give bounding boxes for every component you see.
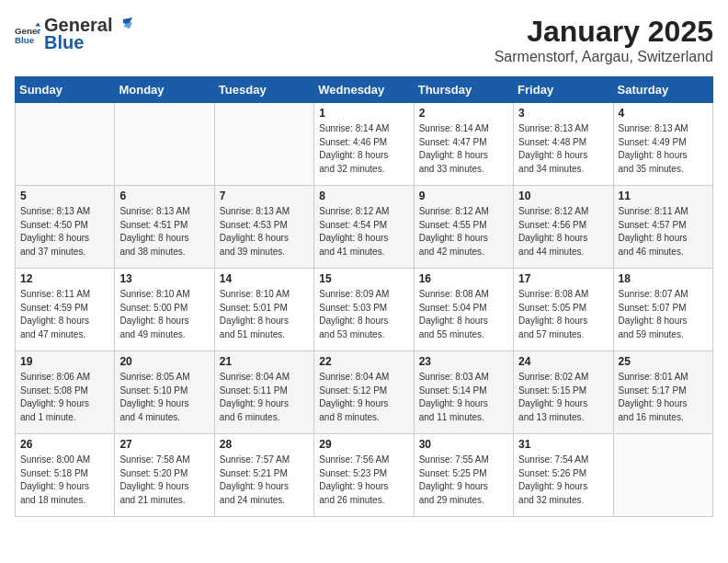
day-info: Sunrise: 8:14 AM Sunset: 4:47 PM Dayligh… bbox=[419, 122, 508, 176]
calendar-cell bbox=[115, 103, 214, 186]
logo: General Blue General Blue bbox=[15, 15, 132, 53]
day-number: 4 bbox=[619, 107, 708, 120]
calendar-cell: 7Sunrise: 8:13 AM Sunset: 4:53 PM Daylig… bbox=[214, 186, 313, 269]
calendar-cell: 3Sunrise: 8:13 AM Sunset: 4:48 PM Daylig… bbox=[514, 103, 613, 186]
calendar-cell: 30Sunrise: 7:55 AM Sunset: 5:25 PM Dayli… bbox=[414, 434, 513, 517]
calendar-header-row: SundayMondayTuesdayWednesdayThursdayFrid… bbox=[16, 77, 713, 103]
day-number: 24 bbox=[518, 355, 608, 368]
calendar-cell: 21Sunrise: 8:04 AM Sunset: 5:11 PM Dayli… bbox=[214, 351, 313, 434]
day-number: 1 bbox=[319, 107, 408, 120]
day-number: 25 bbox=[619, 355, 708, 368]
page-subtitle: Sarmenstorf, Aargau, Switzerland bbox=[495, 49, 713, 65]
calendar-cell: 8Sunrise: 8:12 AM Sunset: 4:54 PM Daylig… bbox=[314, 186, 414, 269]
svg-marker-2 bbox=[35, 22, 40, 26]
calendar-cell: 11Sunrise: 8:11 AM Sunset: 4:57 PM Dayli… bbox=[613, 186, 712, 269]
day-info: Sunrise: 8:08 AM Sunset: 5:05 PM Dayligh… bbox=[518, 288, 608, 341]
day-number: 31 bbox=[518, 438, 608, 451]
calendar-cell: 19Sunrise: 8:06 AM Sunset: 5:08 PM Dayli… bbox=[16, 351, 115, 434]
calendar-week-row: 26Sunrise: 8:00 AM Sunset: 5:18 PM Dayli… bbox=[16, 434, 713, 517]
day-info: Sunrise: 8:02 AM Sunset: 5:15 PM Dayligh… bbox=[518, 371, 608, 424]
calendar-table: SundayMondayTuesdayWednesdayThursdayFrid… bbox=[15, 76, 713, 517]
calendar-cell: 1Sunrise: 8:14 AM Sunset: 4:46 PM Daylig… bbox=[314, 103, 414, 186]
calendar-cell: 28Sunrise: 7:57 AM Sunset: 5:21 PM Dayli… bbox=[214, 434, 313, 517]
day-number: 5 bbox=[20, 190, 109, 202]
calendar-week-row: 19Sunrise: 8:06 AM Sunset: 5:08 PM Dayli… bbox=[16, 351, 713, 434]
day-number: 3 bbox=[518, 107, 608, 120]
page-header: General Blue General Blue January 2025 S… bbox=[15, 15, 713, 65]
day-info: Sunrise: 8:13 AM Sunset: 4:51 PM Dayligh… bbox=[119, 205, 209, 259]
day-info: Sunrise: 8:12 AM Sunset: 4:55 PM Dayligh… bbox=[419, 205, 508, 259]
calendar-cell: 13Sunrise: 8:10 AM Sunset: 5:00 PM Dayli… bbox=[115, 269, 214, 351]
calendar-cell: 29Sunrise: 7:56 AM Sunset: 5:23 PM Dayli… bbox=[314, 434, 414, 517]
day-info: Sunrise: 8:04 AM Sunset: 5:12 PM Dayligh… bbox=[319, 371, 408, 424]
weekday-header-saturday: Saturday bbox=[613, 77, 712, 103]
calendar-cell: 4Sunrise: 8:13 AM Sunset: 4:49 PM Daylig… bbox=[613, 103, 712, 186]
calendar-cell: 23Sunrise: 8:03 AM Sunset: 5:14 PM Dayli… bbox=[414, 351, 513, 434]
logo-icon: General Blue bbox=[15, 21, 40, 47]
calendar-cell: 15Sunrise: 8:09 AM Sunset: 5:03 PM Dayli… bbox=[314, 269, 414, 351]
calendar-cell bbox=[214, 103, 313, 186]
day-info: Sunrise: 8:08 AM Sunset: 5:04 PM Dayligh… bbox=[419, 288, 508, 341]
title-block: January 2025 Sarmenstorf, Aargau, Switze… bbox=[495, 15, 713, 65]
day-number: 18 bbox=[619, 272, 708, 285]
day-info: Sunrise: 8:14 AM Sunset: 4:46 PM Dayligh… bbox=[319, 122, 408, 176]
day-info: Sunrise: 8:10 AM Sunset: 5:01 PM Dayligh… bbox=[220, 288, 309, 341]
day-number: 22 bbox=[319, 355, 408, 368]
calendar-cell: 27Sunrise: 7:58 AM Sunset: 5:20 PM Dayli… bbox=[115, 434, 214, 517]
day-number: 14 bbox=[220, 272, 309, 285]
day-info: Sunrise: 8:04 AM Sunset: 5:11 PM Dayligh… bbox=[220, 371, 309, 424]
calendar-week-row: 5Sunrise: 8:13 AM Sunset: 4:50 PM Daylig… bbox=[16, 186, 713, 269]
day-info: Sunrise: 8:01 AM Sunset: 5:17 PM Dayligh… bbox=[619, 371, 708, 424]
day-number: 9 bbox=[419, 190, 508, 202]
calendar-cell bbox=[16, 103, 115, 186]
day-number: 7 bbox=[220, 190, 309, 202]
calendar-cell: 14Sunrise: 8:10 AM Sunset: 5:01 PM Dayli… bbox=[214, 269, 313, 351]
day-info: Sunrise: 8:13 AM Sunset: 4:48 PM Dayligh… bbox=[518, 122, 608, 176]
day-number: 29 bbox=[319, 438, 408, 451]
day-number: 8 bbox=[319, 190, 408, 202]
day-info: Sunrise: 8:12 AM Sunset: 4:56 PM Dayligh… bbox=[518, 205, 608, 259]
day-number: 19 bbox=[20, 355, 109, 368]
day-number: 17 bbox=[518, 272, 608, 285]
day-number: 26 bbox=[20, 438, 109, 451]
weekday-header-tuesday: Tuesday bbox=[214, 77, 313, 103]
day-info: Sunrise: 8:00 AM Sunset: 5:18 PM Dayligh… bbox=[20, 454, 109, 507]
day-info: Sunrise: 8:11 AM Sunset: 4:59 PM Dayligh… bbox=[20, 288, 109, 341]
day-number: 28 bbox=[220, 438, 309, 451]
day-info: Sunrise: 8:07 AM Sunset: 5:07 PM Dayligh… bbox=[619, 288, 708, 341]
calendar-cell: 16Sunrise: 8:08 AM Sunset: 5:04 PM Dayli… bbox=[414, 269, 513, 351]
calendar-cell: 26Sunrise: 8:00 AM Sunset: 5:18 PM Dayli… bbox=[16, 434, 115, 517]
calendar-cell: 31Sunrise: 7:54 AM Sunset: 5:26 PM Dayli… bbox=[514, 434, 613, 517]
calendar-cell bbox=[613, 434, 712, 517]
page-title: January 2025 bbox=[495, 15, 713, 49]
calendar-week-row: 1Sunrise: 8:14 AM Sunset: 4:46 PM Daylig… bbox=[16, 103, 713, 186]
weekday-header-friday: Friday bbox=[514, 77, 613, 103]
day-info: Sunrise: 8:09 AM Sunset: 5:03 PM Dayligh… bbox=[319, 288, 408, 341]
calendar-cell: 6Sunrise: 8:13 AM Sunset: 4:51 PM Daylig… bbox=[115, 186, 214, 269]
day-number: 13 bbox=[119, 272, 209, 285]
day-info: Sunrise: 7:58 AM Sunset: 5:20 PM Dayligh… bbox=[119, 454, 209, 507]
day-info: Sunrise: 7:56 AM Sunset: 5:23 PM Dayligh… bbox=[319, 454, 408, 507]
calendar-cell: 18Sunrise: 8:07 AM Sunset: 5:07 PM Dayli… bbox=[613, 269, 712, 351]
calendar-cell: 2Sunrise: 8:14 AM Sunset: 4:47 PM Daylig… bbox=[414, 103, 513, 186]
day-number: 23 bbox=[419, 355, 508, 368]
day-number: 16 bbox=[419, 272, 508, 285]
calendar-cell: 22Sunrise: 8:04 AM Sunset: 5:12 PM Dayli… bbox=[314, 351, 414, 434]
weekday-header-monday: Monday bbox=[115, 77, 214, 103]
calendar-cell: 25Sunrise: 8:01 AM Sunset: 5:17 PM Dayli… bbox=[613, 351, 712, 434]
day-info: Sunrise: 8:06 AM Sunset: 5:08 PM Dayligh… bbox=[20, 371, 109, 424]
day-number: 27 bbox=[119, 438, 209, 451]
day-number: 11 bbox=[619, 190, 708, 202]
calendar-cell: 20Sunrise: 8:05 AM Sunset: 5:10 PM Dayli… bbox=[115, 351, 214, 434]
day-info: Sunrise: 8:05 AM Sunset: 5:10 PM Dayligh… bbox=[119, 371, 209, 424]
day-info: Sunrise: 8:11 AM Sunset: 4:57 PM Dayligh… bbox=[619, 205, 708, 259]
calendar-week-row: 12Sunrise: 8:11 AM Sunset: 4:59 PM Dayli… bbox=[16, 269, 713, 351]
logo-bird-icon bbox=[112, 16, 132, 36]
weekday-header-thursday: Thursday bbox=[414, 77, 513, 103]
day-info: Sunrise: 8:13 AM Sunset: 4:53 PM Dayligh… bbox=[220, 205, 309, 259]
day-number: 30 bbox=[419, 438, 508, 451]
day-number: 20 bbox=[119, 355, 209, 368]
calendar-cell: 9Sunrise: 8:12 AM Sunset: 4:55 PM Daylig… bbox=[414, 186, 513, 269]
day-info: Sunrise: 8:10 AM Sunset: 5:00 PM Dayligh… bbox=[119, 288, 209, 341]
day-info: Sunrise: 8:03 AM Sunset: 5:14 PM Dayligh… bbox=[419, 371, 508, 424]
